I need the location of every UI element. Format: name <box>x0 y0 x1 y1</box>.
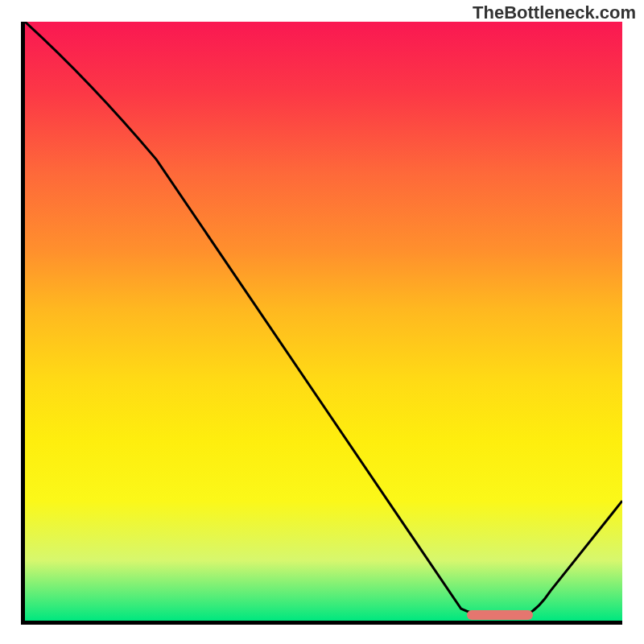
curve-line <box>25 22 622 621</box>
x-axis <box>21 621 622 625</box>
watermark-text: TheBottleneck.com <box>473 2 636 23</box>
chart-area <box>25 22 622 621</box>
optimal-marker <box>467 610 533 620</box>
